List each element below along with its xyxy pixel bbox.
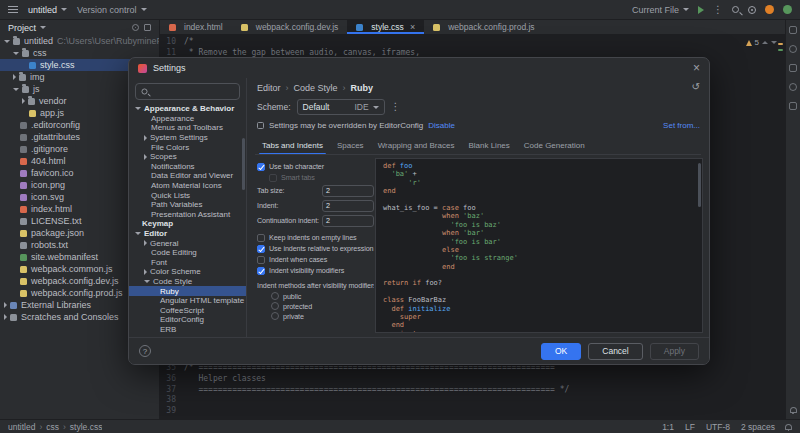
editor-tab[interactable]: webpack.config.dev.js [232, 20, 348, 34]
settings-tree-item[interactable]: Code Style [129, 277, 246, 287]
more-actions-icon[interactable]: ⋮ [713, 5, 723, 15]
settings-tree-item[interactable]: File Colors [129, 142, 246, 152]
settings-tree-item[interactable]: Notifications [129, 162, 246, 172]
settings-tree-item[interactable]: Angular HTML template [129, 296, 246, 306]
scrollbar[interactable] [242, 138, 245, 190]
settings-tree-item[interactable]: Color Scheme [129, 267, 246, 277]
inspections-widget[interactable]: 5 [746, 38, 777, 47]
settings-tree-item[interactable]: Menus and Toolbars [129, 123, 246, 133]
indent-when-cases-checkbox[interactable]: Indent when cases [257, 254, 374, 265]
set-from-link[interactable]: Set from... [663, 121, 700, 130]
keep-indents-checkbox[interactable]: Keep indents on empty lines [257, 232, 374, 243]
json-icon [20, 230, 27, 237]
plugin-avatar-icon[interactable] [765, 5, 774, 14]
number-input[interactable]: 2 [322, 185, 374, 197]
close-tab-icon[interactable]: × [410, 22, 415, 32]
disable-link[interactable]: Disable [428, 121, 455, 130]
gradle-tool-icon[interactable] [789, 45, 797, 53]
collapse-all-icon[interactable] [144, 24, 151, 31]
settings-tree-item[interactable]: EditorConfig [129, 315, 246, 325]
settings-tree-item[interactable]: Appearance [129, 114, 246, 124]
cancel-button[interactable]: Cancel [588, 343, 642, 360]
scheme-select[interactable]: Default IDE [297, 99, 385, 115]
run-configuration-widget[interactable]: Current File [632, 5, 689, 15]
main-menu-icon[interactable] [8, 6, 18, 13]
vcs-widget[interactable]: Version control [77, 5, 147, 15]
settings-tree-item[interactable]: Code Editing [129, 248, 246, 258]
number-input[interactable]: 2 [322, 200, 374, 212]
indents-relative-checkbox[interactable]: Use indents relative to expression start [257, 243, 374, 254]
breadcrumb-item[interactable]: Editor [257, 83, 281, 93]
chevron-down-icon[interactable] [771, 41, 777, 44]
reset-icon[interactable]: ↺ [692, 82, 700, 92]
status-widget[interactable]: UTF-8 [706, 422, 730, 432]
notifications-bell-icon[interactable] [785, 424, 792, 430]
code-style-tab[interactable]: Code Generation [517, 139, 592, 154]
code-style-tab[interactable]: Wrapping and Braces [371, 139, 462, 154]
settings-tree-item[interactable]: Appearance & Behavior [129, 104, 246, 114]
settings-tree-item[interactable]: General [129, 238, 246, 248]
settings-tree-item[interactable]: Atom Material Icons [129, 181, 246, 191]
preview-code-line: when 'baz' [383, 212, 702, 220]
settings-gear-icon[interactable] [748, 6, 756, 14]
status-widget[interactable]: 1:1 [662, 422, 674, 432]
editor-tab[interactable]: webpack.config.prod.js [424, 20, 543, 34]
search-everywhere-icon[interactable] [732, 6, 739, 13]
settings-tree-item[interactable]: ERB [129, 325, 246, 335]
settings-tree-item[interactable]: Data Editor and Viewer [129, 171, 246, 181]
database-tool-icon[interactable] [789, 64, 797, 72]
project-tool-header[interactable]: Project [0, 20, 160, 35]
status-breadcrumb-item[interactable]: css [46, 422, 59, 432]
settings-tree-item[interactable]: System Settings [129, 133, 246, 143]
dialog-header[interactable]: Settings × [129, 58, 709, 78]
settings-search-input[interactable] [135, 83, 240, 100]
editor-tab[interactable]: index.html [160, 20, 232, 34]
project-tree-item[interactable]: untitledC:\Users\User\RubymineProjects\u… [0, 35, 159, 47]
scrollbar[interactable] [698, 163, 701, 207]
breadcrumb-item[interactable]: Code Style [294, 83, 338, 93]
scheme-actions-icon[interactable]: ⋮ [391, 102, 401, 112]
structure-tool-icon[interactable] [789, 102, 797, 110]
use-tab-character-checkbox[interactable]: Use tab character [257, 161, 374, 172]
chevron-up-icon[interactable] [762, 41, 768, 44]
settings-tree-item[interactable]: Path Variables [129, 200, 246, 210]
ok-button[interactable]: OK [541, 343, 581, 360]
editor-tab[interactable]: style.css× [347, 20, 424, 34]
apply-button[interactable]: Apply [650, 343, 699, 360]
breadcrumb-separator: › [286, 83, 289, 93]
settings-tree-item[interactable]: CoffeeScript [129, 305, 246, 315]
code-token: def [383, 162, 400, 170]
visibility-radio[interactable]: private [271, 311, 374, 321]
notifications-bell-icon[interactable] [790, 407, 797, 413]
select-opened-file-icon[interactable] [132, 24, 139, 31]
settings-tree-item[interactable]: Keymap [129, 219, 246, 229]
smart-tabs-checkbox[interactable]: Smart tabs [257, 172, 374, 183]
ai-assistant-tool-icon[interactable] [789, 83, 797, 91]
breadcrumb-item[interactable]: Ruby [351, 83, 374, 93]
checkbox-label: Use indents relative to expression start [269, 244, 374, 253]
code-style-tab[interactable]: Spaces [330, 139, 371, 154]
close-icon[interactable]: × [693, 62, 700, 74]
code-style-tab[interactable]: Blank Lines [461, 139, 516, 154]
status-breadcrumb-item[interactable]: style.css [70, 422, 103, 432]
status-breadcrumb-item[interactable]: untitled [8, 422, 35, 432]
settings-tree-item[interactable]: Editor [129, 229, 246, 239]
indent-visibility-checkbox[interactable]: Indent visibility modifiers [257, 265, 374, 276]
run-icon[interactable] [698, 6, 704, 14]
visibility-radio[interactable]: public [271, 291, 374, 301]
settings-tree-item[interactable]: Scopes [129, 152, 246, 162]
status-widget[interactable]: 2 spaces [741, 422, 775, 432]
help-icon[interactable]: ? [139, 345, 151, 357]
code-style-tab[interactable]: Tabs and Indents [255, 139, 330, 154]
scheme-row: Scheme: Default IDE ⋮ [257, 99, 401, 115]
user-avatar-icon[interactable] [783, 5, 792, 14]
status-widget[interactable]: LF [685, 422, 695, 432]
settings-tree-item[interactable]: Ruby [129, 286, 246, 296]
visibility-radio[interactable]: protected [271, 301, 374, 311]
project-widget[interactable]: untitled [28, 5, 67, 15]
settings-tree-item[interactable]: Quick Lists [129, 190, 246, 200]
notifications-tool-icon[interactable] [789, 26, 797, 34]
settings-tree-item[interactable]: Font [129, 258, 246, 268]
number-input[interactable]: 2 [322, 215, 374, 227]
settings-tree-item[interactable]: Presentation Assistant [129, 210, 246, 220]
